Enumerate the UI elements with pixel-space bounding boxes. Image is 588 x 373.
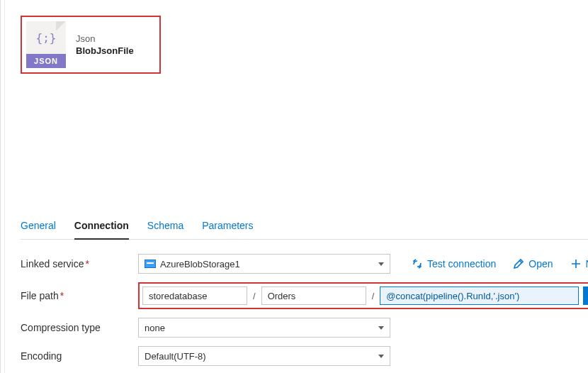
tabs-bar: General Connection Schema Parameters [21, 214, 588, 240]
encoding-value: Default(UTF-8) [145, 351, 206, 362]
linked-service-label: Linked service* [21, 258, 138, 269]
encoding-label: Encoding [21, 350, 138, 362]
file-expression-input[interactable] [380, 286, 578, 305]
delete-button[interactable] [583, 286, 588, 305]
dataset-text: Json BlobJsonFile [76, 33, 134, 56]
directory-input[interactable] [261, 286, 366, 305]
container-input[interactable] [142, 286, 247, 305]
test-connection-button[interactable]: Test connection [412, 258, 496, 269]
tab-connection[interactable]: Connection [74, 214, 129, 240]
chevron-down-icon [378, 355, 384, 358]
path-separator: / [371, 291, 376, 301]
json-file-icon: {;} JSON [26, 21, 66, 68]
compression-dropdown[interactable]: none [138, 318, 390, 338]
tab-parameters[interactable]: Parameters [202, 214, 253, 239]
path-separator: / [251, 291, 257, 301]
connection-form: Linked service* AzureBlobStorage1 Test [21, 240, 588, 373]
left-rail [0, 0, 1, 373]
file-path-label: File path* [21, 290, 138, 301]
chevron-down-icon [378, 262, 384, 266]
encoding-dropdown[interactable]: Default(UTF-8) [138, 346, 390, 366]
file-path-group: / / [138, 282, 588, 309]
compression-value: none [145, 323, 165, 333]
linked-service-value: AzureBlobStorage1 [160, 259, 240, 269]
test-connection-icon [412, 258, 423, 269]
storage-icon [145, 260, 156, 268]
dataset-card[interactable]: {;} JSON Json BlobJsonFile [21, 16, 161, 74]
tab-general[interactable]: General [21, 214, 56, 239]
dataset-name: BlobJsonFile [76, 45, 134, 56]
dataset-type: Json [76, 33, 134, 44]
plus-icon [570, 258, 582, 269]
new-button[interactable]: New [570, 258, 588, 269]
tab-schema[interactable]: Schema [147, 214, 183, 239]
linked-service-dropdown[interactable]: AzureBlobStorage1 [138, 254, 390, 274]
compression-label: Compression type [21, 322, 138, 333]
chevron-down-icon [378, 326, 384, 330]
pencil-icon [513, 258, 524, 269]
open-button[interactable]: Open [513, 258, 553, 269]
